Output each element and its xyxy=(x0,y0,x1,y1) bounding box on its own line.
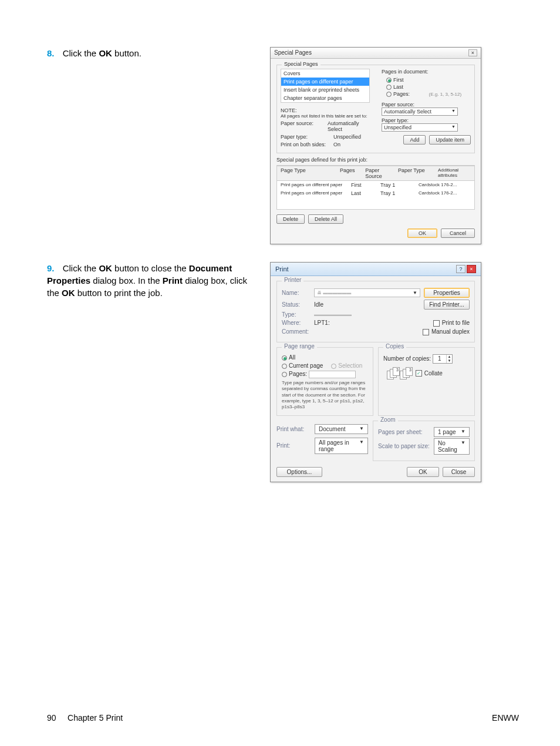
pps-dropdown[interactable]: 1 page▼ xyxy=(434,427,470,437)
s9p2: button to close the xyxy=(112,263,189,273)
collate-preview-icon: 1 2 3 1 2 3 xyxy=(387,367,410,380)
printer-name-dropdown[interactable]: 🖶 ▬▬▬▬▬▬ ▼ xyxy=(314,288,420,297)
delete-all-button[interactable]: Delete All xyxy=(308,214,343,224)
lbl-pages-in-doc: Pages in document: xyxy=(382,69,471,75)
val-print-both: On xyxy=(333,142,340,147)
val-paper-source: Automatically Select xyxy=(328,120,370,132)
lbl-name: Name: xyxy=(282,290,314,296)
cell: Tray 1 xyxy=(377,181,415,189)
print-to-file-checkbox[interactable] xyxy=(433,320,440,327)
list-item-covers[interactable]: Covers xyxy=(281,69,369,78)
pps-val: 1 page xyxy=(438,429,456,435)
properties-button[interactable]: Properties xyxy=(424,288,470,298)
s9p7: OK xyxy=(62,288,75,298)
help-icon[interactable]: ? xyxy=(456,265,465,273)
close-icon[interactable]: × xyxy=(467,265,476,273)
step-9-text: 9. Click the OK button to close the Docu… xyxy=(47,262,258,482)
dd-pt-val: Unspecified xyxy=(384,125,411,130)
cell: Last xyxy=(348,189,377,197)
print-title: Print xyxy=(275,266,289,273)
group-special-pages-title: Special Pages xyxy=(282,61,321,67)
sps-dropdown[interactable]: No Scaling▼ xyxy=(434,438,470,455)
radio-selection-label: Selection xyxy=(338,362,362,369)
radio-pages-range-label: Pages: xyxy=(289,371,307,377)
pages-input[interactable] xyxy=(309,371,356,378)
radio-pages[interactable] xyxy=(386,92,392,97)
list-item-diff-paper[interactable]: Print pages on different paper xyxy=(281,78,369,86)
pages-example: (E.g. 1, 3, 5-12) xyxy=(429,92,462,97)
list-item-chapter[interactable]: Chapter separator pages xyxy=(281,94,369,102)
radio-all[interactable] xyxy=(282,355,287,361)
print-what-val: Document xyxy=(319,426,346,432)
delete-button[interactable]: Delete xyxy=(276,214,305,224)
close-button[interactable]: Close xyxy=(443,467,475,477)
printer-icon: 🖶 ▬▬▬▬▬▬ xyxy=(317,290,351,295)
radio-last[interactable] xyxy=(386,85,392,90)
lbl-paper-source: Paper source: xyxy=(281,120,328,132)
printer-section-title: Printer xyxy=(282,277,303,283)
print-val: All pages in range xyxy=(319,439,359,452)
dialog-title: Special Pages xyxy=(274,49,312,56)
dialog-title-bar: Print ? × xyxy=(271,263,481,276)
chevron-down-icon: ▼ xyxy=(413,290,417,295)
chevron-down-icon: ▼ xyxy=(461,429,465,435)
sps-val: No Scaling xyxy=(438,440,461,453)
step-8-number: 8. xyxy=(47,48,55,58)
ok-button[interactable]: OK xyxy=(407,228,437,238)
print-what-dropdown[interactable]: Document▼ xyxy=(315,424,368,434)
lbl-right-pt: Paper type: xyxy=(382,117,471,123)
lbl-print-what: Print what: xyxy=(276,426,315,432)
ok-button[interactable]: OK xyxy=(407,467,439,477)
table-row[interactable]: Print pages on different paper First Tra… xyxy=(277,181,474,189)
cell: First xyxy=(348,181,377,189)
copies-spinner[interactable]: 1 ▲▼ xyxy=(433,354,453,364)
update-item-button[interactable]: Update item xyxy=(429,135,471,145)
spinner-down-icon[interactable]: ▼ xyxy=(447,359,453,363)
defined-title: Special pages defined for this print job… xyxy=(276,157,475,163)
chevron-down-icon: ▼ xyxy=(359,439,364,452)
dropdown-paper-type[interactable]: Unspecified▼ xyxy=(382,123,458,132)
step-8-text: 8. Click the OK button. xyxy=(47,47,258,244)
step-9-number: 9. xyxy=(47,263,55,273)
lbl-right-ps: Paper source: xyxy=(382,102,471,107)
table-row[interactable]: Print pages on different paper Last Tray… xyxy=(277,189,474,197)
radio-pages-range[interactable] xyxy=(282,372,287,377)
radio-all-label: All xyxy=(289,354,295,361)
table-header: Page Type Pages Paper Source Paper Type … xyxy=(277,166,474,181)
radio-pages-label: Pages: xyxy=(393,91,410,97)
lbl-status: Status: xyxy=(282,301,314,308)
zoom-section-title: Zoom xyxy=(378,416,398,423)
s9p0: Click the xyxy=(63,263,99,273)
collate-checkbox[interactable]: ✓ xyxy=(416,370,422,377)
find-printer-button[interactable]: Find Printer... xyxy=(424,300,470,310)
spinner-up-icon[interactable]: ▲ xyxy=(447,355,453,359)
radio-current[interactable] xyxy=(282,364,287,369)
dd-ps-val: Automatically Select xyxy=(384,109,431,115)
lbl-sps: Scale to paper size: xyxy=(378,443,434,449)
chapter-title: Chapter 5 Print xyxy=(68,713,123,723)
chevron-down-icon: ▼ xyxy=(461,440,465,453)
print-dialog: Print ? × Printer Name: 🖶 ▬▬▬▬▬▬ ▼ xyxy=(270,262,481,482)
lbl-paper-type: Paper type: xyxy=(281,134,333,140)
print-dropdown[interactable]: All pages in range▼ xyxy=(315,438,368,454)
hdr-page-type: Page Type xyxy=(277,166,336,180)
lbl-print-both: Print on both sides: xyxy=(281,142,333,147)
radio-first[interactable] xyxy=(386,78,392,83)
s9p5: Print xyxy=(163,275,183,285)
options-button[interactable]: Options... xyxy=(276,467,322,477)
close-icon[interactable]: × xyxy=(468,49,477,56)
cell: Print pages on different paper xyxy=(277,189,348,197)
page-number: 90 xyxy=(47,713,56,723)
copies-section-title: Copies xyxy=(383,343,406,350)
cancel-button[interactable]: Cancel xyxy=(441,228,475,238)
dropdown-paper-source[interactable]: Automatically Select▼ xyxy=(382,107,458,116)
dialog-title-bar: Special Pages × xyxy=(271,48,481,59)
add-button[interactable]: Add xyxy=(403,135,426,145)
s9p4: dialog box. In the xyxy=(90,275,163,285)
radio-selection[interactable] xyxy=(331,364,336,369)
hdr-pages: Pages xyxy=(336,166,362,180)
list-item-blank[interactable]: Insert blank or preprinted sheets xyxy=(281,86,369,94)
manual-duplex-checkbox[interactable] xyxy=(423,329,429,335)
hdr-paper-type: Paper Type xyxy=(394,166,434,180)
chevron-down-icon: ▼ xyxy=(451,109,456,115)
